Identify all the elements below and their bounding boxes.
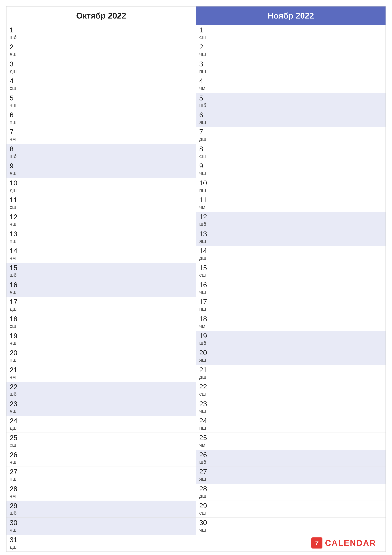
day-number: 19: [199, 332, 214, 339]
day-abbr: чм: [199, 85, 214, 91]
day-abbr: шб: [199, 339, 214, 346]
day-row: 6пш: [7, 110, 196, 127]
day-number: 8: [199, 146, 214, 153]
day-number: 16: [199, 281, 214, 288]
day-abbr: чш: [199, 51, 214, 57]
day-number: 18: [199, 315, 214, 322]
day-number: 6: [10, 111, 24, 118]
day-number: 6: [199, 111, 214, 118]
day-number: 21: [199, 366, 214, 373]
day-abbr: сш: [199, 390, 214, 397]
day-number: 21: [10, 366, 24, 373]
day-abbr: шб: [199, 458, 214, 465]
day-row: 10дш: [7, 178, 196, 195]
day-number: 16: [10, 281, 24, 288]
day-number: 28: [199, 485, 214, 492]
day-row: 26чш: [7, 450, 196, 467]
day-number: 23: [199, 401, 214, 407]
day-number: 14: [10, 248, 24, 254]
day-row: 15сш: [196, 263, 386, 280]
day-abbr: сш: [10, 85, 24, 91]
day-number: 28: [10, 485, 24, 492]
day-abbr: пш: [10, 118, 24, 125]
day-abbr: чш: [199, 526, 214, 533]
day-abbr: яш: [10, 526, 24, 533]
day-abbr: чм: [199, 322, 214, 329]
day-number: 2: [10, 44, 24, 51]
day-number: 20: [199, 349, 214, 356]
day-row: 18сш: [7, 314, 196, 331]
day-abbr: яш: [10, 51, 24, 57]
day-number: 24: [199, 417, 214, 424]
day-number: 7: [10, 128, 24, 135]
day-number: 3: [10, 61, 24, 67]
day-number: 12: [10, 213, 24, 220]
day-number: 26: [199, 451, 214, 458]
day-abbr: шб: [10, 34, 24, 40]
day-row: 23яш: [7, 399, 196, 416]
day-row: 25сш: [7, 433, 196, 450]
day-row: 16чш: [196, 280, 386, 297]
day-abbr: шб: [10, 153, 24, 159]
day-abbr: чм: [199, 204, 214, 210]
day-row: 29шб: [7, 501, 196, 518]
day-abbr: яш: [199, 356, 214, 363]
day-abbr: дш: [10, 424, 24, 431]
day-number: 7: [199, 128, 214, 135]
day-abbr: дш: [10, 67, 24, 74]
day-row: 25чм: [196, 433, 386, 450]
day-row: 13яш: [196, 229, 386, 246]
day-row: 8шб: [7, 144, 196, 161]
day-row: 27яш: [196, 467, 386, 484]
day-number: 9: [199, 162, 214, 169]
day-abbr: шб: [199, 220, 214, 227]
day-number: 27: [10, 468, 24, 475]
calendar-icon: 7: [311, 537, 322, 548]
day-row: 31дш: [7, 535, 196, 552]
day-row: 8сш: [196, 144, 386, 161]
day-abbr: пш: [10, 237, 24, 244]
day-row: 1шб: [7, 25, 196, 42]
calendar-footer: 7 CALENDAR: [311, 537, 376, 548]
day-abbr: шб: [10, 509, 24, 516]
day-abbr: дш: [10, 305, 24, 312]
day-abbr: чш: [10, 458, 24, 465]
day-row: 6яш: [196, 110, 386, 127]
day-abbr: чш: [199, 288, 214, 295]
calendar-logo-text: CALENDAR: [325, 538, 376, 548]
day-abbr: яш: [10, 407, 24, 414]
day-row: 28чм: [7, 484, 196, 501]
day-abbr: яш: [10, 288, 24, 295]
day-abbr: яш: [10, 169, 24, 176]
day-row: 3дш: [7, 59, 196, 76]
day-abbr: дш: [10, 187, 24, 193]
day-number: 29: [10, 502, 24, 509]
day-row: 20яш: [196, 348, 386, 365]
day-row: 15шб: [7, 263, 196, 280]
day-row: 9чш: [196, 161, 386, 178]
day-number: 5: [199, 95, 214, 102]
day-number: 24: [10, 417, 24, 424]
day-number: 10: [199, 180, 214, 187]
day-abbr: дш: [199, 373, 214, 380]
day-number: 30: [199, 519, 214, 526]
day-row: 23чш: [196, 399, 386, 416]
day-row: 14дш: [196, 246, 386, 263]
day-row: 1сш: [196, 25, 386, 42]
day-row: 12чш: [7, 212, 196, 229]
day-row: 13пш: [7, 229, 196, 246]
day-abbr: сш: [199, 509, 214, 516]
day-row: 9яш: [7, 161, 196, 178]
day-number: 15: [10, 264, 24, 271]
month-header-2: Ноябр 2022: [196, 7, 386, 25]
day-abbr: чш: [199, 169, 214, 176]
day-abbr: сш: [10, 204, 24, 210]
day-abbr: шб: [10, 390, 24, 397]
day-abbr: пш: [199, 305, 214, 312]
day-number: 1: [10, 27, 24, 34]
day-abbr: шб: [10, 271, 24, 278]
day-row: 20пш: [7, 348, 196, 365]
day-row: 24дш: [7, 416, 196, 433]
day-row: 3пш: [196, 59, 386, 76]
day-abbr: дш: [10, 543, 24, 550]
